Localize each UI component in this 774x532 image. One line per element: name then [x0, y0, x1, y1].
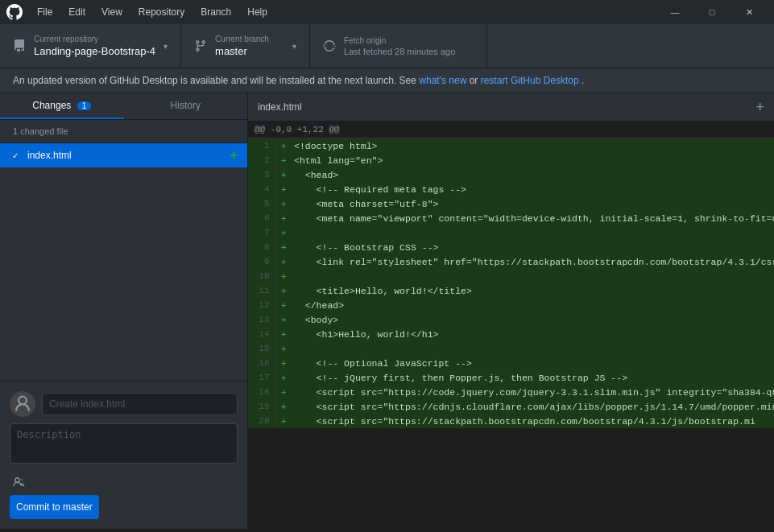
current-repo-button[interactable]: Current repository Landing-page-Bootstra… [0, 24, 181, 68]
menu-file[interactable]: File [29, 0, 60, 24]
co-author-icon [13, 476, 26, 489]
repo-icon [13, 39, 26, 52]
line-sign: + [276, 153, 291, 167]
diff-table: 1+<!doctype html>2+<html lang="en">3+ <h… [248, 138, 774, 428]
table-row: 17+ <!-- jQuery first, then Popper.js, t… [248, 370, 774, 385]
titlebar-left: File Edit View Repository Branch Help [6, 0, 275, 24]
fetch-label: Fetch origin [344, 36, 455, 45]
close-button[interactable]: ✕ [731, 0, 768, 24]
line-number: 20 [248, 414, 276, 428]
sidebar-tabs: Changes 1 History [0, 93, 247, 120]
fetch-origin-button[interactable]: Fetch origin Last fetched 28 minutes ago [310, 24, 487, 68]
line-sign: + [276, 167, 291, 182]
branch-info: Current branch master [215, 35, 269, 57]
menu-edit[interactable]: Edit [60, 0, 93, 24]
line-code: <script src="https://cdnjs.cloudflare.co… [291, 399, 774, 414]
file-item-index-html[interactable]: ✓ index.html + [0, 143, 247, 167]
fetch-sub: Last fetched 28 minutes ago [344, 47, 455, 56]
menu-repository[interactable]: Repository [130, 0, 192, 24]
line-code: <head> [291, 167, 774, 182]
file-list: ✓ index.html + [0, 143, 247, 262]
line-number: 14 [248, 327, 276, 341]
tab-changes[interactable]: Changes 1 [0, 93, 124, 119]
line-number: 5 [248, 196, 276, 211]
line-number: 19 [248, 399, 276, 414]
line-sign: + [276, 196, 291, 211]
fetch-info: Fetch origin Last fetched 28 minutes ago [344, 36, 455, 56]
table-row: 8+ <!-- Bootstrap CSS --> [248, 240, 774, 254]
table-row: 1+<!doctype html> [248, 138, 774, 153]
branch-label: Current branch [215, 35, 269, 43]
repo-label: Current repository [34, 35, 155, 43]
line-code: <h1>Hello, world!</h1> [291, 327, 774, 341]
line-code: <link rel="stylesheet" href="https://sta… [291, 254, 774, 269]
commit-button[interactable]: Commit to master [10, 495, 99, 519]
co-author-button[interactable] [10, 472, 29, 495]
commit-description-input[interactable] [10, 423, 238, 464]
main-content: Changes 1 History 1 changed file ✓ index… [0, 93, 774, 529]
line-sign: + [276, 269, 291, 283]
line-code: <!-- Optional JavaScript --> [291, 356, 774, 370]
diff-header: index.html + [248, 93, 774, 122]
line-code: <html lang="en"> [291, 153, 774, 167]
table-row: 7+ [248, 225, 774, 240]
banner-text-after: . [582, 75, 584, 86]
commit-footer [10, 472, 238, 495]
menu-help[interactable]: Help [239, 0, 275, 24]
line-number: 1 [248, 138, 276, 153]
minimize-button[interactable]: — [656, 0, 693, 24]
update-banner: An updated version of GitHub Desktop is … [0, 68, 774, 93]
line-code: <!-- Required meta tags --> [291, 182, 774, 196]
file-name: index.html [27, 150, 224, 161]
line-number: 18 [248, 385, 276, 399]
sidebar: Changes 1 History 1 changed file ✓ index… [0, 93, 248, 529]
restart-link[interactable]: restart GitHub Desktop [481, 75, 579, 86]
diff-add-button[interactable]: + [755, 99, 764, 116]
table-row: 5+ <meta charset="utf-8"> [248, 196, 774, 211]
menu-bar: File Edit View Repository Branch Help [29, 0, 275, 24]
line-sign: + [276, 356, 291, 370]
line-sign: + [276, 385, 291, 399]
changes-header: 1 changed file [0, 120, 247, 143]
table-row: 13+ <body> [248, 312, 774, 327]
titlebar: File Edit View Repository Branch Help — … [0, 0, 774, 24]
table-row: 6+ <meta name="viewport" content="width=… [248, 211, 774, 225]
line-sign: + [276, 399, 291, 414]
line-number: 3 [248, 167, 276, 182]
line-number: 9 [248, 254, 276, 269]
branch-dropdown-icon: ▾ [292, 42, 296, 51]
maximize-button[interactable]: □ [693, 0, 731, 24]
line-sign: + [276, 327, 291, 341]
diff-panel: index.html + @@ -0,0 +1,22 @@ 1+<!doctyp… [248, 93, 774, 529]
table-row: 2+<html lang="en"> [248, 153, 774, 167]
tab-history[interactable]: History [124, 93, 248, 119]
table-row: 20+ <script src="https://stackpath.boots… [248, 414, 774, 428]
table-row: 18+ <script src="https://code.jquery.com… [248, 385, 774, 399]
table-row: 15+ [248, 341, 774, 356]
line-code: <body> [291, 312, 774, 327]
line-number: 2 [248, 153, 276, 167]
current-branch-button[interactable]: Current branch master ▾ [181, 24, 310, 68]
line-number: 16 [248, 356, 276, 370]
commit-summary-input[interactable] [42, 393, 238, 415]
commit-input-row [10, 391, 238, 417]
repo-info: Current repository Landing-page-Bootstra… [34, 35, 155, 57]
menu-branch[interactable]: Branch [192, 0, 239, 24]
repo-name: Landing-page-Bootstrap-4 [34, 45, 155, 57]
branch-name: master [215, 45, 269, 57]
line-code [291, 225, 774, 240]
branch-icon [194, 39, 207, 52]
whats-new-link[interactable]: what's new [419, 75, 466, 86]
line-sign: + [276, 370, 291, 385]
line-code [291, 269, 774, 283]
sidebar-spacer [0, 262, 247, 381]
repo-dropdown-icon: ▾ [163, 42, 168, 51]
line-sign: + [276, 182, 291, 196]
table-row: 4+ <!-- Required meta tags --> [248, 182, 774, 196]
toolbar-spacer [487, 24, 774, 68]
file-checkbox[interactable]: ✓ [10, 150, 21, 161]
line-code: <!doctype html> [291, 138, 774, 153]
line-number: 8 [248, 240, 276, 254]
diff-content[interactable]: @@ -0,0 +1,22 @@ 1+<!doctype html>2+<htm… [248, 122, 774, 529]
menu-view[interactable]: View [93, 0, 130, 24]
